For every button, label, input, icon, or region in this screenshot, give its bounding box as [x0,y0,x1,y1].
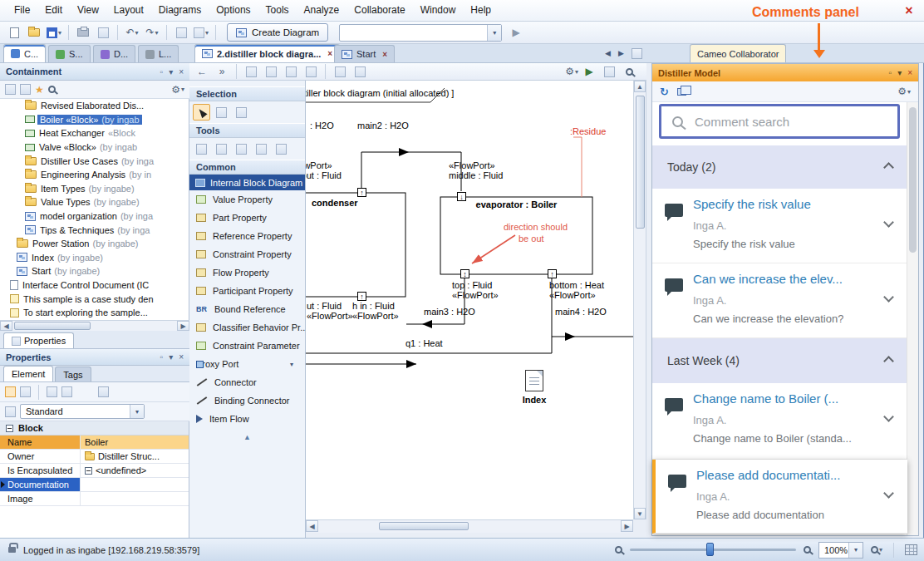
palette-item-constraint-parameter[interactable]: Constraint Parameter [189,337,305,355]
expand-tree-button[interactable] [5,84,16,95]
port-label-bottom[interactable]: bottom : Heat [549,280,604,290]
comment-card[interactable]: Change name to Boiler (... Inga A. Chang… [652,383,907,460]
close-tab-icon[interactable]: × [382,50,387,59]
canvas-vscrollbar[interactable]: ▲ ▼ [633,81,646,519]
chevron-down-icon[interactable] [883,411,894,422]
text-tool-button[interactable] [233,140,250,157]
separator-tool-button[interactable] [273,140,290,157]
scroll-thumb[interactable] [379,522,469,530]
tree-item[interactable]: model organization(by inga [0,209,189,224]
tree-item[interactable]: Valve «Block»(by ingab [0,140,189,155]
palette-collapse-button[interactable]: ▲ [189,431,305,443]
property-value[interactable]: <undefined> [96,465,146,475]
palette-section-common[interactable]: Common [189,160,305,175]
property-group-block[interactable]: Block [0,421,189,436]
cameo-collaborator-tab[interactable]: Cameo Collaborator [690,44,786,62]
property-value[interactable]: Boiler [85,437,108,447]
preset-dropdown-icon[interactable]: ▾ [130,405,144,418]
show-diagram-info-button[interactable] [242,64,260,79]
menu-collaborate[interactable]: Collaborate [346,0,412,21]
collaboration-button[interactable]: ▾ [192,23,210,42]
note-tool-button[interactable] [253,140,270,157]
create-diagram-button[interactable]: Create Diagram [227,23,328,42]
connector-label-q1[interactable]: q1 : Heat [405,338,443,348]
run-validation-button[interactable]: ▶ [580,64,598,79]
close-panel-icon[interactable]: × [179,67,184,76]
swimlane-tool-button[interactable] [213,140,230,157]
layers-icon[interactable] [677,88,686,96]
validate-button[interactable] [172,23,190,42]
tab-scroll-left-button[interactable]: ◀ [605,49,611,57]
connector-label-main2[interactable]: main2 : H2O [357,121,409,130]
tags-tab[interactable]: Tags [55,367,91,381]
scroll-right-icon[interactable]: ▶ [177,321,189,331]
zoom-level-combo[interactable]: 100% ▾ [818,542,863,559]
property-row-is-encapsulated[interactable]: Is Encapsulated <undefined> [0,464,189,478]
run-button[interactable]: ▶ [507,23,525,42]
canvas-hscrollbar[interactable]: ◀ ▶ [306,519,633,533]
comment-card[interactable]: Specify the risk value Inga A. Specify t… [652,189,907,263]
select-tool-button[interactable] [193,104,210,121]
property-row-image[interactable]: Image [0,492,189,506]
palette-item-flow-property[interactable]: Flow Property [189,263,305,282]
comment-note-line1[interactable]: direction should [504,222,568,232]
pin-panel-icon[interactable]: ▾ [169,352,173,362]
history-button[interactable] [98,386,109,397]
magnet-tool-button[interactable] [193,140,210,157]
palette-item-constraint-property[interactable]: Constraint Property [189,245,305,263]
zoom-slider-thumb[interactable] [706,543,714,556]
menu-analyze[interactable]: Analyze [297,0,347,21]
palette-item-item-flow[interactable]: Item Flow [189,410,305,428]
tree-item[interactable]: Interface Control Document (IC [0,278,189,293]
scroll-thumb[interactable] [14,322,91,330]
left-tab-lock[interactable]: L... [138,45,179,62]
favorites-icon[interactable]: ★ [35,84,44,96]
menu-tools[interactable]: Tools [258,0,297,21]
menu-layout[interactable]: Layout [106,0,151,21]
scroll-up-icon[interactable]: ▲ [634,81,646,92]
zoom-fit-button[interactable] [351,64,369,79]
scroll-left-icon[interactable]: ◀ [0,321,12,331]
left-tab-diagrams[interactable]: D... [93,45,135,62]
tree-item[interactable]: Revised Elaborated Dis... [0,99,189,113]
flowport-stereotype-label[interactable]: «FlowPort» [449,160,495,170]
condenser-part-label[interactable]: condenser [312,198,358,208]
tab-scroll-right-button[interactable]: ▶ [618,49,624,57]
scroll-thumb[interactable] [909,107,917,253]
port-label-top[interactable]: top : Fluid [452,280,492,290]
pin-panel-icon[interactable]: ▾ [897,68,902,77]
open-project-button[interactable] [25,23,43,42]
sort-alphabetically-button[interactable] [20,386,31,397]
index-diagram-shortcut-icon[interactable] [525,370,543,391]
palette-item-classifier-behavior[interactable]: Classifier Behavior Pr... [189,318,305,337]
lasso-select-button[interactable] [233,104,250,121]
palette-item-reference-property[interactable]: Reference Property [189,227,305,245]
gear-icon[interactable]: ⚙ [897,86,907,97]
menu-help[interactable]: Help [463,0,499,21]
close-panel-icon[interactable]: × [179,352,184,362]
comment-search-input[interactable] [695,115,887,129]
tree-item-boiler-selected[interactable]: Boiler «Block»(by ingab [0,113,189,127]
palette-item-part-property[interactable]: Part Property [189,209,305,227]
palette-item-proxy-port[interactable]: Proxy Port▾ [189,355,305,373]
tree-item[interactable]: Index(by ingabe) [0,251,189,265]
tree-item[interactable]: Power Station(by ingabe) [0,237,189,251]
print-preview-button[interactable] [94,23,112,42]
window-mode-button[interactable] [600,64,618,79]
tree-item[interactable]: Engineering Analysis(by in [0,168,189,182]
dependency-matrix-button[interactable] [262,64,280,79]
chevron-up-icon[interactable] [883,356,894,367]
layout-button[interactable] [302,64,320,79]
tree-item[interactable]: Start(by ingabe) [0,264,189,278]
flowport-square[interactable]: ↑ [357,188,366,197]
menu-window[interactable]: Window [413,0,464,21]
comment-title[interactable]: Please add documentati... [696,468,840,482]
scroll-left-icon[interactable]: ◀ [306,520,318,532]
tree-item[interactable]: This sample is a case study den [0,292,189,306]
scroll-down-icon[interactable]: ▼ [634,508,646,519]
zoom-in-icon[interactable] [804,546,811,554]
gear-icon[interactable]: ⚙ [565,66,574,77]
combo-dropdown-button[interactable]: ▾ [487,25,501,41]
menu-diagrams[interactable]: Diagrams [151,0,209,21]
redo-button[interactable]: ↷▾ [143,23,161,42]
